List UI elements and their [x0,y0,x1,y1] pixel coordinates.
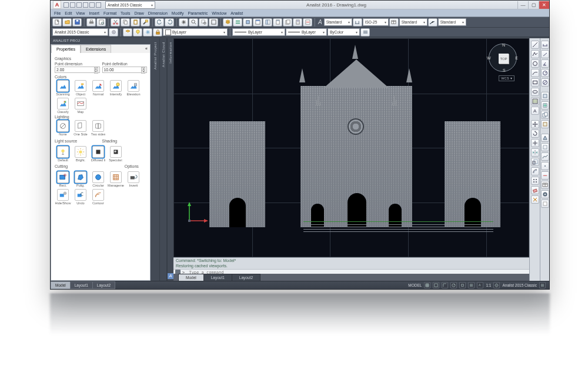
cutting-rect-icon[interactable] [57,171,69,183]
table-icon[interactable] [541,181,549,189]
model-viewport[interactable]: NSEW TOP WCS ▾ [173,38,529,257]
print-icon[interactable] [86,18,96,26]
menu-edit[interactable]: Edit [65,11,72,15]
app-logo-icon[interactable]: A [53,1,61,9]
workspace-dropdown[interactable]: Analist 2015 Classic▾ [52,28,108,36]
tablestyle-dropdown[interactable]: Standard▾ [399,18,427,26]
workspace-settings-icon[interactable] [109,28,118,36]
status-polar-icon[interactable] [450,282,457,288]
vstrip-information[interactable]: Information A [167,38,173,281]
properties-icon[interactable] [253,18,262,26]
tool-palettes-icon[interactable] [273,18,282,26]
zoom-icon[interactable] [189,18,198,26]
rotate-icon[interactable] [531,130,539,138]
minimize-button[interactable]: — [517,1,528,9]
wblock-icon[interactable] [541,120,549,128]
info-a-icon[interactable]: A [168,273,173,279]
qat-open-icon[interactable] [70,2,75,8]
cut-icon[interactable] [111,18,120,26]
menu-window[interactable]: Window [212,11,226,15]
offset-icon[interactable] [531,167,539,175]
design-center-icon[interactable] [263,18,272,26]
layer-state-icon[interactable] [233,18,242,26]
text-icon[interactable]: A [531,107,539,115]
mirror-icon[interactable] [531,148,539,157]
menu-insert[interactable]: Insert [89,11,99,15]
paste-icon[interactable] [131,18,140,26]
status-workspace[interactable]: Analist 2015 Classic [502,283,537,287]
menu-dimension[interactable]: Dimension [148,11,168,15]
zoom-window-icon[interactable] [199,18,208,26]
arc-icon[interactable] [531,69,539,77]
point-icon[interactable] [541,162,549,170]
color-dropdown[interactable]: ByColor▾ [328,28,360,36]
dim-linear-icon[interactable] [541,41,549,49]
color-intensify-icon[interactable] [110,80,122,92]
qat-new-icon[interactable] [64,2,69,8]
wipeout-icon[interactable] [541,200,549,208]
menu-parametric[interactable]: Parametric [188,11,208,15]
zoom-extents-icon[interactable] [209,18,218,26]
lightsource-default-icon[interactable] [57,146,69,158]
cutting-contour-icon[interactable] [92,189,104,201]
layer-prev-icon[interactable] [243,18,252,26]
vstrip-analist-cloud[interactable]: Analist Cloud [160,38,167,281]
tab-model[interactable]: Model [178,274,204,281]
status-layout1-tab[interactable]: Layout1 [70,281,93,289]
markup-icon[interactable] [303,18,312,26]
tab-extensions[interactable]: Extensions [81,45,111,53]
array-icon[interactable] [531,177,539,185]
lightsource-bright-icon[interactable] [75,146,86,158]
cutting-inverti-icon[interactable] [128,171,139,183]
cutting-manage-icon[interactable] [110,171,122,183]
boundary-icon[interactable] [541,143,549,151]
cutting-undo-icon[interactable] [75,189,86,201]
dim-aligned-icon[interactable] [541,50,549,58]
undo-icon[interactable] [155,18,164,26]
color-elevation-icon[interactable] [128,80,139,92]
erase-icon[interactable] [531,186,539,194]
linetype-dropdown[interactable]: ByLayer▾ [232,28,285,36]
viewcube-face[interactable]: TOP [499,54,509,64]
calc-icon[interactable] [293,18,302,26]
insert-icon[interactable] [541,101,549,110]
dimstyle-dropdown[interactable]: ISO-25▾ [363,18,389,26]
ucs-icon[interactable] [186,201,209,224]
rectangle-icon[interactable] [531,78,539,87]
cutting-hide-show-icon[interactable] [57,189,69,201]
status-snap-icon[interactable] [433,282,439,288]
layer-dropdown[interactable]: ByLayer▾ [163,28,228,36]
lighting-none-icon[interactable] [57,120,69,132]
viewcube[interactable]: NSEW TOP [489,44,517,72]
qat-undo-icon[interactable] [83,2,88,8]
shading-specular-icon[interactable] [110,146,122,158]
annotation-letter-icon[interactable]: A [318,19,322,25]
status-osnap-icon[interactable] [459,282,466,288]
layer-freeze-icon[interactable] [143,28,152,36]
lighting-one-side-icon[interactable] [75,120,86,132]
panel-menu-icon[interactable]: « [111,45,150,53]
menu-analist[interactable]: Analist [230,11,243,15]
move-icon[interactable] [531,120,539,128]
status-annotation-icon[interactable]: A [477,282,483,288]
color-map-icon[interactable] [75,98,86,110]
close-button[interactable]: ✕ [539,1,549,9]
menu-tools[interactable]: Tools [121,11,130,15]
scale-icon[interactable] [531,158,539,166]
circle-icon[interactable] [531,59,539,68]
tab-layout2[interactable]: Layout2 [232,274,260,281]
tablestyle-icon[interactable] [389,18,399,26]
status-lwt-icon[interactable] [468,282,475,288]
color-classify-icon[interactable] [57,98,69,110]
dim-diameter-icon[interactable] [541,78,549,87]
linetype-manager-icon[interactable] [360,28,370,36]
status-layout2-tab[interactable]: Layout2 [92,281,115,289]
pan-icon[interactable] [179,18,188,26]
lighting-two-sides-icon[interactable] [92,120,104,132]
status-menu-icon[interactable] [539,282,546,288]
cutting-polig-icon[interactable] [75,171,86,183]
menu-view[interactable]: View [76,11,85,15]
spline-icon[interactable] [541,152,549,161]
qat-workspace-dropdown[interactable]: Analist 2015 Classic▾ [105,1,155,9]
copy-icon[interactable] [121,18,130,26]
